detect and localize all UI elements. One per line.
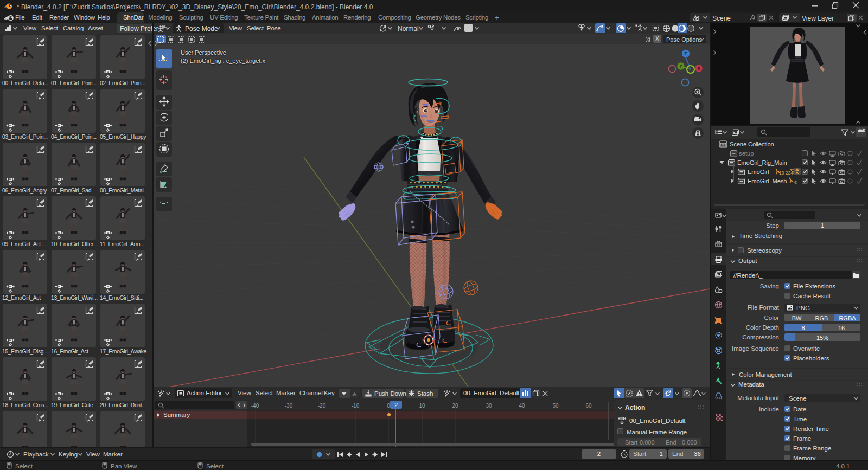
- svg-text:10 224: 10 224: [779, 170, 793, 176]
- svg-text:4:: 4:: [794, 179, 797, 185]
